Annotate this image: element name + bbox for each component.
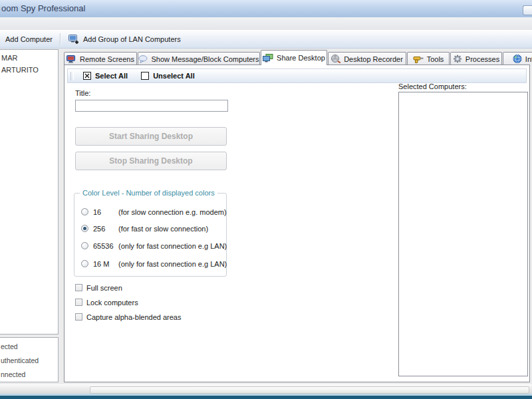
radio-16m-value: 16 M xyxy=(93,260,118,268)
tab-processes[interactable]: Processes xyxy=(450,52,502,65)
tab-tools[interactable]: Tools xyxy=(407,52,450,65)
select-all-label: Select All xyxy=(95,72,128,80)
tab-internet[interactable]: Internet xyxy=(503,52,532,65)
status-panel xyxy=(90,386,529,394)
radio-16m-desc: (only for fast connection e.g LAN) xyxy=(118,260,227,268)
bottom-strip-dark xyxy=(0,396,532,399)
add-computer-label: Add Computer xyxy=(5,35,53,43)
lock-computers-checkbox-row[interactable]: Lock computers xyxy=(75,298,138,307)
status-legend: ected uthenticated nnected xyxy=(0,337,59,382)
start-sharing-button[interactable]: Start Sharing Desktop xyxy=(75,127,227,146)
toolbar-separator xyxy=(60,33,61,45)
tab-remote-screens[interactable]: Remote Screens xyxy=(64,52,137,65)
legend-not-connected: nnected xyxy=(0,368,58,382)
toolbar-grip[interactable] xyxy=(70,72,74,80)
radio-row-16[interactable]: 16 (for slow connection e.g. modem) xyxy=(81,207,227,216)
desktop-recorder-icon xyxy=(331,55,340,63)
add-group-icon xyxy=(68,35,79,44)
tab-desktop-recorder[interactable]: Desktop Recorder xyxy=(328,52,406,65)
radio-16-desc: (for slow connection e.g. modem) xyxy=(118,208,227,216)
radio-16[interactable] xyxy=(81,208,88,215)
capture-alpha-label: Capture alpha-blended areas xyxy=(86,313,182,321)
legend-connected: ected xyxy=(0,340,58,354)
tab-label: Remote Screens xyxy=(80,55,134,63)
legend-not-authenticated: uthenticated xyxy=(0,354,58,368)
radio-16-value: 16 xyxy=(93,208,118,216)
tab-share-desktop[interactable]: Share Desktop xyxy=(261,50,327,65)
stop-sharing-button[interactable]: Stop Sharing Desktop xyxy=(75,152,227,170)
radio-65536-value: 65536 xyxy=(93,242,118,250)
remote-screens-icon xyxy=(66,55,76,63)
color-level-group: Color Level - Number of displayed colors… xyxy=(74,193,227,277)
title-field-label: Title: xyxy=(75,89,90,97)
capture-alpha-checkbox[interactable] xyxy=(75,313,82,321)
select-all-button[interactable]: Select All xyxy=(76,72,134,80)
selected-computers-list[interactable] xyxy=(398,92,528,376)
radio-row-256[interactable]: 256 (for fast or slow connection) xyxy=(81,224,208,233)
tab-label: Tools xyxy=(427,55,444,63)
lock-computers-checkbox[interactable] xyxy=(75,299,82,306)
tab-label: Show Message/Block Computers xyxy=(151,55,259,63)
lock-computers-label: Lock computers xyxy=(86,299,138,307)
tab-control: Remote Screens Show Message/Block Comput… xyxy=(64,50,532,384)
computer-list-item[interactable]: ARTURITO xyxy=(0,64,58,76)
app-window: oom Spy Professional Add Computer Add Gr… xyxy=(0,0,532,399)
add-group-button[interactable]: Add Group of LAN Computers xyxy=(63,32,186,47)
menu-band xyxy=(0,17,532,31)
main-toolbar: Add Computer Add Group of LAN Computers xyxy=(0,30,532,49)
title-bar[interactable]: oom Spy Professional xyxy=(0,0,532,18)
title-input[interactable] xyxy=(75,100,228,112)
radio-256-desc: (for fast or slow connection) xyxy=(118,225,208,233)
color-level-group-title: Color Level - Number of displayed colors xyxy=(80,189,217,197)
radio-65536[interactable] xyxy=(81,242,88,249)
tools-icon xyxy=(413,55,424,63)
window-control-button[interactable] xyxy=(523,5,532,15)
tab-label: Share Desktop xyxy=(277,54,325,62)
share-desktop-panel: Select All Unselect All Title: Start Sha… xyxy=(64,65,530,382)
checked-box-icon xyxy=(83,72,91,80)
unselect-all-label: Unselect All xyxy=(153,72,195,80)
tab-show-message-block[interactable]: Show Message/Block Computers xyxy=(138,52,260,65)
radio-65536-desc: (only for fast connection e.g LAN) xyxy=(118,242,227,250)
add-computer-button[interactable]: Add Computer xyxy=(0,32,58,47)
full-screen-label: Full screen xyxy=(86,284,122,292)
radio-256-value: 256 xyxy=(93,225,118,233)
share-desktop-icon xyxy=(263,54,273,63)
tab-label: Internet xyxy=(525,55,532,63)
radio-row-16m[interactable]: 16 M (only for fast connection e.g LAN) xyxy=(81,259,227,268)
tab-label: Desktop Recorder xyxy=(344,55,403,63)
selected-computers-label: Selected Computers: xyxy=(398,82,467,90)
tab-label: Processes xyxy=(466,55,499,63)
computer-list-item[interactable]: MAR xyxy=(0,52,58,64)
status-bar xyxy=(0,384,532,394)
radio-256[interactable] xyxy=(81,225,88,232)
message-icon xyxy=(138,55,148,63)
full-screen-checkbox[interactable] xyxy=(75,284,82,291)
full-screen-checkbox-row[interactable]: Full screen xyxy=(75,283,122,292)
add-group-label: Add Group of LAN Computers xyxy=(83,35,181,43)
radio-row-65536[interactable]: 65536 (only for fast connection e.g LAN) xyxy=(81,241,227,250)
selection-toolbar: Select All Unselect All xyxy=(67,68,527,83)
radio-16m[interactable] xyxy=(81,260,88,267)
unchecked-box-icon xyxy=(141,72,149,80)
internet-icon xyxy=(513,55,522,63)
unselect-all-button[interactable]: Unselect All xyxy=(134,72,201,80)
tab-strip: Remote Screens Show Message/Block Comput… xyxy=(64,50,532,65)
window-title: oom Spy Professional xyxy=(1,3,85,13)
computer-list[interactable]: MAR ARTURITO xyxy=(0,49,59,334)
processes-icon xyxy=(453,55,462,63)
capture-alpha-checkbox-row[interactable]: Capture alpha-blended areas xyxy=(75,313,182,321)
